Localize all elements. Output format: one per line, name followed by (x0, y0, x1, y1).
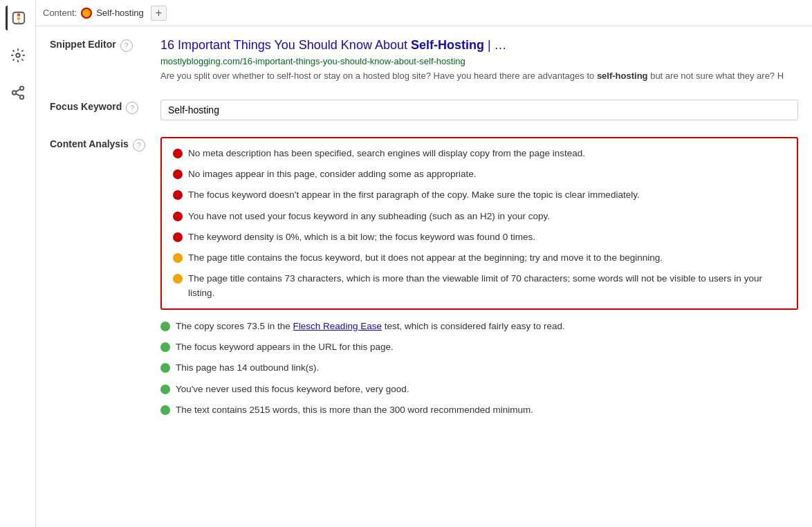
flesch-reading-ease-link[interactable]: Flesch Reading Ease (293, 321, 382, 331)
analysis-text-red-2: The focus keyword doesn't appear in the … (188, 188, 640, 202)
tab-content-label: Content: (43, 8, 77, 18)
analysis-text-green-0: The copy scores 73.5 in the Flesch Readi… (176, 320, 565, 333)
analysis-text-green-4: The text contains 2515 words, this is mo… (176, 403, 533, 417)
analysis-item-red-4: The keyword density is 0%, which is a bi… (173, 230, 786, 244)
snippet-editor-help-icon[interactable]: ? (120, 39, 133, 52)
snippet-editor-content: 16 Important Things You Should Know Abou… (160, 37, 798, 83)
content-area: Snippet Editor ? 16 Important Things You… (36, 26, 812, 527)
snippet-editor-label: Snippet Editor (50, 39, 116, 50)
content-analysis-section: Content Analysis ? No meta description h… (50, 137, 798, 420)
analysis-text-orange-1: The page title contains 73 characters, w… (188, 272, 786, 300)
analysis-text-red-4: The keyword density is 0%, which is a bi… (188, 230, 535, 244)
content-analysis-label-col: Content Analysis ? (50, 137, 160, 151)
snippet-title-suffix: | … (484, 38, 507, 52)
tab-status-dot (81, 8, 92, 19)
green-dot-2 (160, 363, 170, 373)
analysis-text-green-3: You've never used this focus keyword bef… (176, 382, 409, 396)
sidebar (0, 0, 36, 527)
content-analysis-content: No meta description has been specified, … (160, 137, 798, 420)
green-dot-4 (160, 405, 170, 415)
green-dot-0 (160, 322, 170, 331)
analysis-green-section: The copy scores 73.5 in the Flesch Readi… (160, 317, 798, 420)
analysis-item-red-2: The focus keyword doesn't appear in the … (173, 188, 786, 202)
analysis-item-green-4: The text contains 2515 words, this is mo… (160, 403, 798, 417)
snippet-desc-plain: Are you split over whether to self-host … (160, 71, 597, 81)
focus-keyword-help-icon[interactable]: ? (126, 102, 138, 114)
svg-line-9 (15, 89, 19, 92)
svg-point-1 (17, 13, 21, 17)
analysis-text-red-0: No meta description has been specified, … (188, 147, 585, 160)
analysis-item-orange-0: The page title contains the focus keywor… (173, 251, 786, 265)
green-dot-3 (160, 385, 170, 394)
focus-keyword-label-col: Focus Keyword ? (50, 100, 160, 114)
analysis-text-green-1: The focus keyword appears in the URL for… (176, 340, 394, 354)
main-panel: Content: Self-hosting + Snippet Editor ?… (36, 0, 812, 527)
focus-keyword-section: Focus Keyword ? (50, 100, 798, 120)
green-dot-1 (160, 342, 170, 352)
snippet-editor-label-col: Snippet Editor ? (50, 37, 160, 52)
analysis-item-red-1: No images appear in this page, consider … (173, 167, 786, 181)
svg-point-3 (18, 21, 20, 24)
analysis-item-green-3: You've never used this focus keyword bef… (160, 382, 798, 396)
svg-line-8 (15, 93, 19, 96)
svg-point-6 (12, 91, 16, 95)
sidebar-item-status[interactable] (6, 6, 30, 30)
snippet-title-plain: 16 Important Things You Should Know Abou… (160, 38, 411, 52)
snippet-title-bold: Self-Hosting (411, 38, 484, 52)
analysis-item-green-0: The copy scores 73.5 in the Flesch Readi… (160, 320, 798, 333)
analysis-text-orange-0: The page title contains the focus keywor… (188, 251, 663, 265)
svg-point-5 (19, 86, 24, 90)
red-dot-3 (173, 212, 183, 221)
focus-keyword-content (160, 100, 798, 120)
snippet-desc-bold: self-hosting (597, 71, 648, 81)
red-dot-0 (173, 149, 183, 158)
tab-bar: Content: Self-hosting + (36, 0, 812, 26)
svg-point-7 (19, 95, 24, 100)
orange-dot-1 (173, 274, 183, 284)
add-tab-button[interactable]: + (151, 6, 167, 21)
analysis-text-green-2: This page has 14 outbound link(s). (176, 361, 319, 375)
tab-name: Self-hosting (96, 8, 144, 18)
snippet-title-link[interactable]: 16 Important Things You Should Know Abou… (160, 37, 798, 53)
snippet-desc-suffix: but are not sure what they are? H (648, 71, 784, 81)
snippet-description: Are you split over whether to self-host … (160, 71, 784, 81)
analysis-item-red-3: You have not used your focus keyword in … (173, 210, 786, 223)
snippet-editor-section: Snippet Editor ? 16 Important Things You… (50, 37, 798, 83)
analysis-item-red-0: No meta description has been specified, … (173, 147, 786, 160)
content-analysis-help-icon[interactable]: ? (133, 139, 145, 151)
sidebar-item-share[interactable] (6, 80, 30, 105)
orange-dot-0 (173, 253, 183, 263)
analysis-item-green-2: This page has 14 outbound link(s). (160, 361, 798, 375)
content-analysis-label: Content Analysis (50, 138, 129, 149)
snippet-url: mostlyblogging.com/16-important-things-y… (160, 56, 798, 66)
analysis-item-green-1: The focus keyword appears in the URL for… (160, 340, 798, 354)
red-dot-1 (173, 169, 183, 179)
focus-keyword-input[interactable] (160, 100, 798, 120)
analysis-item-orange-1: The page title contains 73 characters, w… (173, 272, 786, 300)
analysis-text-red-3: You have not used your focus keyword in … (188, 210, 550, 223)
red-dot-4 (173, 232, 183, 242)
svg-point-4 (16, 53, 20, 57)
red-dot-2 (173, 190, 183, 200)
sidebar-item-settings[interactable] (6, 43, 30, 68)
analysis-text-red-1: No images appear in this page, consider … (188, 167, 477, 181)
svg-point-2 (17, 17, 21, 21)
analysis-issues-box: No meta description has been specified, … (160, 137, 798, 310)
focus-keyword-label: Focus Keyword (50, 101, 122, 112)
